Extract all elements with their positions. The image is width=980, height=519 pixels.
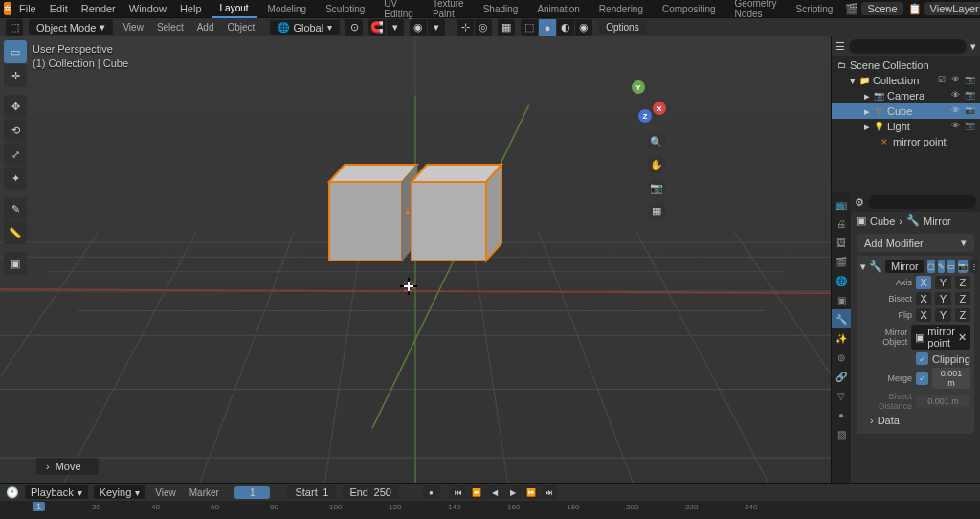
pan-gizmo-icon[interactable]: ✋ xyxy=(647,155,666,174)
proportional-mode-icon[interactable]: ▾ xyxy=(428,19,445,36)
disclosure-icon[interactable]: ▾ xyxy=(860,260,866,273)
pivot-icon[interactable]: ⊙ xyxy=(345,19,363,36)
mode-dropdown[interactable]: Object Mode▾ xyxy=(29,19,113,35)
workspace-tab-geometrynodes[interactable]: Geometry Nodes xyxy=(726,0,786,22)
clear-icon[interactable]: ✕ xyxy=(958,331,967,344)
hide-toggle-icon[interactable]: 👁 xyxy=(951,75,963,86)
data-section-toggle[interactable]: › Data xyxy=(870,415,961,426)
object-tab-icon[interactable]: ▣ xyxy=(832,290,851,309)
last-operator-panel[interactable]: › Move xyxy=(36,458,99,475)
zoom-gizmo-icon[interactable]: 🔍 xyxy=(647,132,666,151)
mod-editmode-toggle-icon[interactable]: ✎ xyxy=(938,260,945,273)
solid-shading-icon[interactable]: ● xyxy=(539,19,556,36)
prev-keyframe-icon[interactable]: ⏪ xyxy=(468,485,485,499)
tree-collection[interactable]: ▾ 📁 Collection ☑👁📷 xyxy=(832,73,980,88)
hide-toggle-icon[interactable]: 👁 xyxy=(951,105,963,117)
merge-checkbox[interactable]: ✓ xyxy=(916,372,928,385)
playback-dropdown[interactable]: Playback ▾ xyxy=(25,485,88,499)
disable-toggle-icon[interactable]: 📷 xyxy=(965,121,976,132)
data-tab-icon[interactable]: ▽ xyxy=(832,386,851,405)
move-tool-icon[interactable]: ✥ xyxy=(4,95,27,118)
gizmo-y-axis-icon[interactable]: Y xyxy=(632,80,645,94)
header-view[interactable]: View xyxy=(119,22,147,33)
add-modifier-button[interactable]: Add Modifier ▾ xyxy=(857,234,974,252)
viewlayer-selector[interactable]: ViewLayer xyxy=(924,2,980,15)
output-tab-icon[interactable]: 🖨 xyxy=(832,214,851,233)
breadcrumb-object[interactable]: Cube xyxy=(870,215,895,227)
gizmo-z-axis-icon[interactable]: Z xyxy=(638,109,652,123)
tree-cube[interactable]: ▸ ▽ Cube 👁📷 xyxy=(832,103,980,119)
props-editor-icon[interactable]: ⚙ xyxy=(855,196,864,209)
3d-viewport[interactable]: ▭ ✛ ✥ ⟲ ⤢ ✦ ✎ 📏 ▣ User Perspective (1) C… xyxy=(0,36,831,483)
axis-x-button[interactable]: X xyxy=(916,276,931,289)
physics-tab-icon[interactable]: ⊚ xyxy=(832,348,851,367)
bisect-y-button[interactable]: Y xyxy=(935,292,950,305)
mod-realtime-toggle-icon[interactable]: ▢ xyxy=(927,260,935,273)
menu-help[interactable]: Help xyxy=(174,1,208,16)
flip-x-button[interactable]: X xyxy=(916,308,931,322)
bisect-x-button[interactable]: X xyxy=(916,292,931,305)
gizmo-x-axis-icon[interactable]: X xyxy=(653,102,666,115)
scale-tool-icon[interactable]: ⤢ xyxy=(4,143,27,166)
merge-distance-input[interactable]: 0.001 m xyxy=(932,368,970,389)
tree-scene-collection[interactable]: 🗀 Scene Collection xyxy=(832,57,980,73)
matprev-shading-icon[interactable]: ◐ xyxy=(557,19,574,36)
snap-toggle-icon[interactable]: 🧲 xyxy=(368,19,386,36)
mod-render-toggle-icon[interactable]: 📷 xyxy=(958,260,968,273)
constraints-tab-icon[interactable]: 🔗 xyxy=(832,367,851,386)
render-tab-icon[interactable]: 📺 xyxy=(832,194,851,214)
show-gizmo-icon[interactable]: ⊹ xyxy=(457,19,474,36)
particles-tab-icon[interactable]: ✨ xyxy=(832,328,851,348)
next-keyframe-icon[interactable]: ⏩ xyxy=(523,485,540,499)
header-select[interactable]: Select xyxy=(153,22,188,33)
menu-file[interactable]: File xyxy=(13,1,42,16)
menu-window[interactable]: Window xyxy=(123,1,172,16)
xray-icon[interactable]: ▦ xyxy=(498,19,515,36)
world-tab-icon[interactable]: 🌐 xyxy=(832,271,851,290)
mirror-object-field[interactable]: ▣ mirror point ✕ xyxy=(911,325,970,350)
texture-tab-icon[interactable]: ▨ xyxy=(832,424,851,443)
timeline-track[interactable]: 1 0 20 40 60 80 100 120 140 160 180 200 … xyxy=(0,501,980,519)
timeline-view[interactable]: View xyxy=(151,487,180,498)
workspace-tab-shading[interactable]: Shading xyxy=(475,1,527,17)
viewlayer-tab-icon[interactable]: 🖼 xyxy=(832,233,851,252)
header-add[interactable]: Add xyxy=(193,22,218,33)
snap-mode-icon[interactable]: ▾ xyxy=(387,19,404,36)
play-icon[interactable]: ▶ xyxy=(504,485,522,499)
menu-edit[interactable]: Edit xyxy=(44,1,74,16)
camera-gizmo-icon[interactable]: 📷 xyxy=(647,178,666,197)
disable-toggle-icon[interactable]: 📷 xyxy=(965,105,976,117)
start-frame-input[interactable]: Start 1 xyxy=(287,485,336,499)
outliner-search-input[interactable] xyxy=(849,39,967,54)
axis-z-button[interactable]: Z xyxy=(955,276,970,289)
breadcrumb-modifier[interactable]: Mirror xyxy=(924,215,951,227)
material-tab-icon[interactable]: ● xyxy=(832,405,851,424)
disable-toggle-icon[interactable]: 📷 xyxy=(965,90,976,102)
mod-cage-toggle-icon[interactable]: ▭ xyxy=(947,260,955,273)
disable-toggle-icon[interactable]: 📷 xyxy=(965,75,976,86)
scene-selector[interactable]: Scene xyxy=(861,2,902,15)
workspace-tab-modeling[interactable]: Modeling xyxy=(259,1,316,17)
hide-toggle-icon[interactable]: 👁 xyxy=(951,90,963,102)
outliner-editor-icon[interactable]: ☰ xyxy=(835,40,845,53)
exclude-toggle-icon[interactable]: ☑ xyxy=(938,75,949,86)
annotate-tool-icon[interactable]: ✎ xyxy=(4,197,27,220)
end-frame-input[interactable]: End 250 xyxy=(342,485,399,499)
workspace-tab-animation[interactable]: Animation xyxy=(528,1,588,17)
disclosure-icon[interactable]: ▸ xyxy=(864,105,870,118)
timeline-editor-icon[interactable]: 🕐 xyxy=(6,486,19,499)
header-options[interactable]: Options xyxy=(598,20,646,34)
tree-light[interactable]: ▸ 💡 Light 👁📷 xyxy=(832,119,980,134)
play-reverse-icon[interactable]: ◀ xyxy=(486,485,503,499)
tree-mirror-point[interactable]: ⤧ mirror point xyxy=(832,134,980,149)
menu-render[interactable]: Render xyxy=(76,1,122,16)
keying-dropdown[interactable]: Keying ▾ xyxy=(94,485,146,499)
select-box-tool-icon[interactable]: ▭ xyxy=(4,40,27,63)
properties-search-input[interactable] xyxy=(868,195,976,209)
mod-extras-icon[interactable]: ⋮ xyxy=(970,260,978,273)
modifier-name-input[interactable]: Mirror xyxy=(885,260,924,273)
autokey-icon[interactable]: ● xyxy=(423,485,440,499)
workspace-tab-sculpting[interactable]: Sculpting xyxy=(317,1,373,17)
timeline-marker[interactable]: Marker xyxy=(186,487,223,498)
flip-z-button[interactable]: Z xyxy=(955,308,970,322)
